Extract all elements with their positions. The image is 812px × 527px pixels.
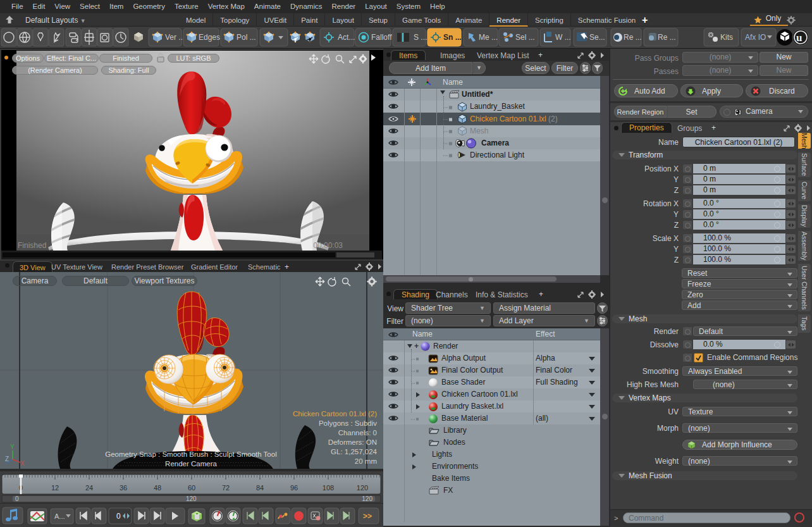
svg-text:Finished: Finished: [18, 241, 46, 250]
svg-text:>>: >>: [363, 512, 372, 521]
svg-text:0: 0: [15, 495, 19, 502]
svg-text:120: 120: [186, 495, 197, 502]
svg-text:00:00:03: 00:00:03: [313, 241, 343, 250]
svg-text:0: 0: [116, 512, 121, 521]
svg-text:Deformers: ON: Deformers: ON: [328, 438, 377, 446]
svg-text:20 mm: 20 mm: [355, 457, 377, 465]
svg-text:Sn ...: Sn ...: [443, 33, 462, 42]
svg-text:Re ...: Re ...: [658, 33, 676, 42]
svg-text:Falloff: Falloff: [371, 33, 392, 42]
svg-text:Geometry Snap : Smooth Brush :: Geometry Snap : Smooth Brush : Sculpt Sm…: [105, 450, 276, 458]
svg-text:Re ...: Re ...: [624, 33, 642, 42]
svg-text:108: 108: [323, 484, 334, 492]
svg-text:Pol ...: Pol ...: [237, 33, 256, 42]
svg-text:48: 48: [154, 484, 161, 492]
svg-text:60: 60: [188, 484, 195, 492]
svg-text:A...: A...: [54, 512, 65, 520]
svg-text:84: 84: [256, 484, 264, 492]
svg-text:Chicken Cartoon 01.lxl (2): Chicken Cartoon 01.lxl (2): [293, 410, 377, 418]
svg-text:120: 120: [357, 484, 368, 492]
svg-text:Y: Y: [10, 443, 15, 450]
svg-text:Polygons : Subdiv: Polygons : Subdiv: [319, 419, 377, 427]
svg-text:Kits: Kits: [720, 33, 733, 42]
svg-text:Act...: Act...: [338, 33, 355, 42]
svg-text:12: 12: [51, 484, 59, 492]
svg-text:Z: Z: [5, 456, 9, 462]
svg-text:S ...: S ...: [414, 33, 427, 42]
svg-text:96: 96: [290, 484, 298, 492]
svg-text:Afx IO: Afx IO: [745, 33, 766, 42]
svg-text:Me ...: Me ...: [479, 33, 498, 42]
svg-text:W ...: W ...: [555, 33, 571, 42]
svg-text:Channels: 0: Channels: 0: [338, 429, 377, 437]
svg-text:Ver ...: Ver ...: [165, 33, 185, 42]
svg-text:72: 72: [222, 484, 230, 492]
svg-text:Edges: Edges: [199, 33, 220, 42]
svg-text:120: 120: [362, 495, 372, 502]
svg-text:36: 36: [120, 484, 127, 492]
svg-text:u: u: [796, 32, 802, 44]
svg-text:Render Camera: Render Camera: [165, 460, 217, 468]
svg-text:GL: 1,257,024: GL: 1,257,024: [331, 448, 377, 456]
svg-text:X: X: [20, 460, 25, 467]
svg-text:Sel ...: Sel ...: [515, 33, 535, 42]
svg-text:24: 24: [85, 484, 93, 492]
svg-text:Se...: Se...: [589, 33, 605, 42]
